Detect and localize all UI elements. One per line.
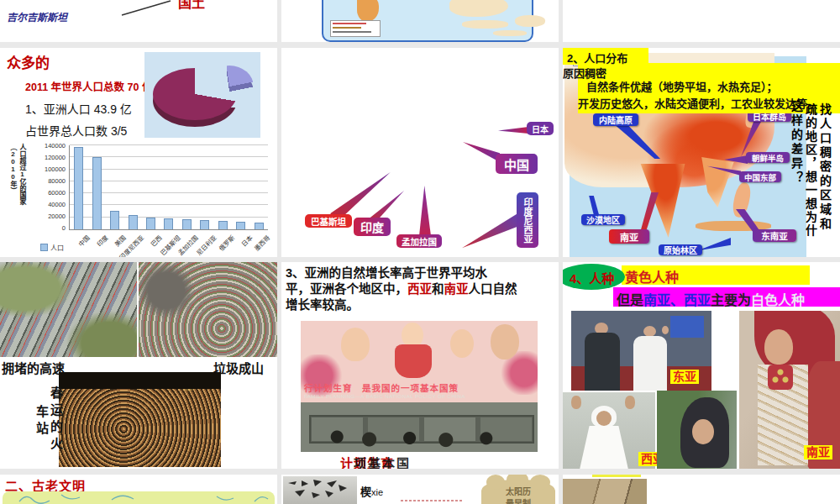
slide-thumbnail-1[interactable]: 吉尔吉斯斯坦 国土 (0, 0, 277, 42)
china-callout: 中国 (496, 154, 538, 174)
slide-thumbnail-3[interactable] (563, 0, 840, 42)
cloud-text-1: 太阳历 (481, 485, 555, 497)
bride-necklace (768, 365, 793, 390)
central-asia-photo (657, 391, 737, 469)
korea-label: 朝鲜半岛 (752, 152, 784, 164)
japan-label: 日本 (532, 123, 549, 135)
growth-line2-pre: 平，亚洲各个地区中， (286, 282, 407, 296)
poster-caption-overlay: 项基本国 (354, 454, 411, 469)
slide-thumbnail-11[interactable]: 楔xie 太阳历 最早制 (281, 475, 559, 504)
south-asia-label: 南亚 (804, 445, 832, 459)
pakistan-label: 巴基斯坦 (311, 215, 346, 228)
magenta-band-text: 但是南亚、西亚主要为白色人种 (617, 289, 805, 309)
slide-thumbnail-5[interactable]: 日本 中国 巴基斯坦 印度 孟加拉国 印度尼西亚 (281, 48, 559, 257)
south-asia-callout: 南亚 (609, 229, 649, 244)
arab-robe (580, 426, 628, 469)
race-title: 4、人种 (570, 269, 614, 286)
bangladesh-callout: 孟加拉国 (396, 234, 442, 248)
bar-category-label: 尼日利亚 (195, 231, 213, 253)
family-planning-poster-photo: 行计划生育 是我国的一项基本国策 FAMILY PLANNING—A BASIC… (301, 321, 538, 452)
bar-chart: 人口超过1亿的国家（2010年） 14000012000010000080000… (2, 142, 274, 255)
arab-face (596, 411, 612, 426)
distribution-title: 2、人口分布 (567, 50, 627, 66)
bar (164, 218, 173, 229)
growth-west-asia: 西亚 (407, 282, 432, 296)
spring-rush-text-col2: 车站 (33, 405, 50, 445)
bar (200, 220, 209, 229)
china-callout-tail (463, 142, 500, 162)
bar (129, 215, 138, 229)
indonesia-callout: 印度尼西亚 (517, 192, 538, 248)
y-tick-label: 120000 (45, 154, 66, 161)
slide-thumbnail-10[interactable]: 二、古老文明 (0, 475, 277, 504)
slide-thumbnail-2[interactable] (281, 0, 559, 42)
bar-category-label: 美国 (105, 231, 123, 253)
desert-label: 沙漠地区 (586, 213, 620, 226)
woman-hand (662, 326, 669, 334)
task-text-col2: 疏的地区，想一想为什 (802, 103, 819, 257)
yellow-race-text: 黄色人种 (625, 266, 679, 286)
map-legend-box (330, 20, 381, 37)
legend-swatch (40, 244, 48, 251)
band-mid: 主要为 (711, 293, 751, 307)
asia-share-line: 占世界总人口数 3/5 (25, 122, 127, 139)
slide-thumbnail-9[interactable]: 4、人种 黄色人种 但是南亚、西亚主要为白色人种 东亚 西亚 (563, 262, 840, 469)
bride-face (764, 329, 793, 365)
japan-callout: 日本 (527, 122, 554, 135)
y-tick-label: 80000 (48, 177, 66, 185)
poster-slogan-en: FAMILY PLANNING—A BASIC NATIONAL POLICY … (304, 393, 534, 399)
bar-legend: 人口 (40, 243, 64, 252)
bar-category-label: 巴西 (141, 231, 159, 253)
cloud-text-2: 最早制 (481, 496, 555, 504)
leader-line (120, 0, 172, 17)
wedge-pinyin: xie (371, 487, 383, 497)
se-asia-callout: 东南亚 (753, 229, 796, 242)
pakistan-callout: 巴基斯坦 (305, 214, 352, 228)
sumatra-landmass (462, 20, 508, 29)
slide-title: 众多的 (7, 51, 50, 72)
indonesia-label: 印度尼西亚 (521, 197, 534, 244)
bar-category-label: 墨西哥 (249, 231, 267, 253)
borneo-landmass (515, 15, 545, 27)
slide-thumbnail-4[interactable]: 众多的 2011 年世界人口总数 70 亿 1、亚洲人口 43.9 亿 占世界总… (0, 48, 277, 257)
wedge-char: 楔 (360, 486, 371, 498)
slide-thumbnail-6[interactable]: 无人定居区 内陆高原 日本群岛 朝鲜半岛 中国东部 沙漠地区 南亚 原始林区 东… (563, 48, 840, 257)
bar (92, 157, 102, 229)
cuneiform-marks (283, 476, 357, 504)
slide-thumbnail-12[interactable] (563, 475, 840, 504)
bar-category-label: 印度 (87, 231, 104, 253)
river-squiggles (3, 491, 275, 504)
bar-category-label: 俄罗斯 (213, 231, 231, 253)
clipped-red-title: 国土 (178, 0, 205, 12)
dotted-divider (401, 500, 464, 501)
slide-thumbnail-7[interactable]: 拥堵的高速 垃圾成山 春运的火 车站 (0, 262, 277, 469)
growth-line3: 增长率较高。 (286, 298, 359, 312)
y-tick-label: 140000 (45, 142, 66, 150)
y-tick-label: 40000 (48, 201, 66, 208)
desert-callout: 沙漠地区 (581, 214, 625, 225)
bar-category-label: 中国 (69, 231, 87, 253)
arab-hand-right (625, 396, 635, 409)
bar-categories: 中国印度美国印度尼西亚巴西巴基斯坦孟加拉国尼日利亚俄罗斯日本墨西哥 (69, 231, 267, 253)
bar-plot (69, 145, 268, 230)
bar (146, 218, 155, 229)
china-label: 中国 (504, 155, 529, 173)
clipped-yellow-highlight (592, 475, 641, 477)
bangladesh-callout-tail (419, 186, 431, 236)
arab-hand-left (571, 396, 581, 409)
se-asia-label: 东南亚 (761, 229, 788, 242)
band-pre: 但是 (617, 293, 643, 307)
india-label: 印度 (360, 218, 384, 235)
growth-line2-mid: 和 (432, 282, 444, 296)
traffic-caption: 拥堵的高速 (2, 359, 65, 376)
crowd-station-photo (59, 372, 221, 467)
slide-thumbnail-8[interactable]: 3、亚洲的自然增长率高于世界平均水 平，亚洲各个地区中，西亚和南亚人口自然 增长… (281, 262, 559, 469)
woman-face (692, 419, 714, 444)
traffic-jam-photo (0, 262, 137, 357)
south-asia-label: 南亚 (620, 230, 638, 244)
pyramid-stones-photo (563, 479, 647, 504)
woman-suit (633, 336, 667, 391)
cuneiform-tablet-photo (283, 476, 357, 504)
bar-category-label: 巴基斯坦 (159, 231, 176, 253)
y-tick-label: 20000 (48, 213, 66, 220)
